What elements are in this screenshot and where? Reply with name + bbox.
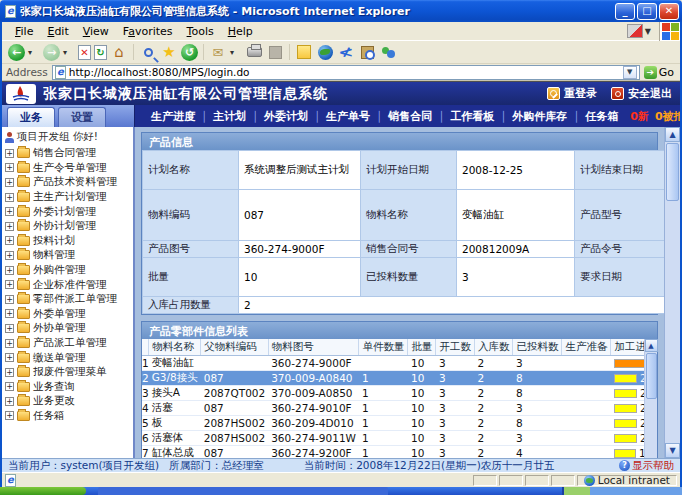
discuss-button[interactable] <box>295 43 313 61</box>
tree-expand-icon[interactable]: + <box>5 149 14 158</box>
msn-explorer-button[interactable] <box>316 43 334 61</box>
tree-expand-icon[interactable]: + <box>5 339 14 348</box>
column-header-4[interactable]: 批量 <box>408 339 436 356</box>
sidebar-item-17[interactable]: +业务更改 <box>4 394 133 409</box>
nav-item-7[interactable]: 任务箱 <box>579 109 624 124</box>
table-row-5[interactable]: 6活塞体2087HS002360-274-9011W11032320 % <box>142 431 644 446</box>
address-dropdown-icon[interactable]: ▼ <box>623 66 637 79</box>
sidebar-item-2[interactable]: +产品技术资料管理 <box>4 175 133 190</box>
refresh-button[interactable]: ↻ <box>94 45 107 60</box>
menu-item-help[interactable]: Help <box>221 23 260 40</box>
menu-item-file[interactable]: File <box>8 23 40 40</box>
menu-item-favorites[interactable]: Favorites <box>116 23 180 40</box>
nav-item-6[interactable]: 外购件库存 <box>506 109 573 124</box>
tree-expand-icon[interactable]: + <box>5 236 14 245</box>
table-row-3[interactable]: 4活塞087360-274-9010F11032320 % <box>142 401 644 416</box>
tree-expand-icon[interactable]: + <box>5 368 14 377</box>
tree-expand-icon[interactable]: + <box>5 353 14 362</box>
stop-button[interactable]: ✕ <box>78 45 91 60</box>
messenger-swoosh-button[interactable]: ≮ <box>334 43 357 61</box>
mail-button[interactable]: ✉ <box>209 43 227 61</box>
tree-expand-icon[interactable]: + <box>5 295 14 304</box>
sidebar-item-5[interactable]: +外协计划管理 <box>4 219 133 234</box>
column-header-5[interactable]: 开工数 <box>436 339 475 356</box>
table-row-6[interactable]: 7缸体总成087360-274-9200F11032419 % <box>142 446 644 459</box>
close-button[interactable]: ✕ <box>659 3 679 20</box>
minimize-button[interactable]: _ <box>615 3 635 20</box>
table-row-1[interactable]: 2G3/8接头087370-009-A084011032820 % <box>142 371 644 386</box>
tree-expand-icon[interactable]: + <box>5 397 14 406</box>
nav-item-2[interactable]: 外委计划 <box>258 109 314 124</box>
parts-vertical-scrollbar[interactable]: ▲ <box>644 339 657 458</box>
nav-item-1[interactable]: 主计划 <box>207 109 252 124</box>
column-header-3[interactable]: 单件数量 <box>359 339 408 356</box>
content-frame-scrollbar[interactable]: ▲ ▼ <box>664 127 680 458</box>
column-header-0[interactable]: 物料名称 <box>149 339 201 356</box>
sidebar-item-15[interactable]: +报废件管理菜单 <box>4 365 133 380</box>
windows-taskbar[interactable] <box>0 487 682 495</box>
table-row-2[interactable]: 3接头A2087QT002370-009-A085011032820 % <box>142 386 644 401</box>
sidebar-item-8[interactable]: +外购件管理 <box>4 263 133 278</box>
column-header-9[interactable]: 加工进度 <box>611 339 644 356</box>
tree-expand-icon[interactable]: + <box>5 222 14 231</box>
sidebar-item-10[interactable]: +零部件派工单管理 <box>4 292 133 307</box>
sidebar-item-13[interactable]: +产品派工单管理 <box>4 336 133 351</box>
pdf-convert-icon[interactable] <box>627 24 643 38</box>
scroll-thumb[interactable] <box>646 353 657 399</box>
sidebar-item-0[interactable]: +销售合同管理 <box>4 146 133 161</box>
tree-expand-icon[interactable]: + <box>5 251 14 260</box>
sidebar-item-14[interactable]: +缴送单管理 <box>4 350 133 365</box>
sidebar-item-11[interactable]: +外委单管理 <box>4 307 133 322</box>
tree-expand-icon[interactable]: + <box>5 178 14 187</box>
relogin-button[interactable]: 重登录 <box>547 86 597 101</box>
sidebar-item-1[interactable]: +生产令号单管理 <box>4 161 133 176</box>
forward-button[interactable]: → <box>43 44 60 61</box>
home-button[interactable]: ⌂ <box>110 43 128 61</box>
safe-exit-button[interactable]: 安全退出 <box>611 86 672 101</box>
maximize-button[interactable]: □ <box>637 3 657 20</box>
column-header-6[interactable]: 入库数 <box>474 339 513 356</box>
tree-expand-icon[interactable]: + <box>5 163 14 172</box>
mail-dropdown-icon[interactable]: ▾ <box>230 48 234 57</box>
search-button[interactable] <box>139 43 157 61</box>
edit-button[interactable] <box>266 43 284 61</box>
menu-item-view[interactable]: View <box>76 23 116 40</box>
go-button[interactable]: ➔ Go <box>640 66 678 79</box>
forward-dropdown-icon[interactable]: ▾ <box>63 48 67 57</box>
sidebar-item-4[interactable]: +外委计划管理 <box>4 204 133 219</box>
favorites-button[interactable]: ★ <box>160 43 178 61</box>
tree-expand-icon[interactable]: + <box>5 280 14 289</box>
tree-expand-icon[interactable]: + <box>5 382 14 391</box>
table-row-0[interactable]: 1变幅油缸360-274-9000F1032329 % <box>142 356 644 371</box>
show-help-button[interactable]: ? 显示帮助 <box>619 459 674 473</box>
nav-item-5[interactable]: 工作看板 <box>444 109 500 124</box>
column-header-1[interactable]: 父物料编码 <box>201 339 268 356</box>
sidebar-item-6[interactable]: +投料计划 <box>4 234 133 249</box>
column-header-2[interactable]: 物料图号 <box>268 339 359 356</box>
history-button[interactable]: ↺ <box>181 44 198 61</box>
nav-item-3[interactable]: 生产单号 <box>320 109 376 124</box>
scroll-up-button[interactable]: ▲ <box>645 339 658 352</box>
research-button[interactable] <box>358 43 376 61</box>
tab-business[interactable]: 业务 <box>7 107 55 127</box>
scroll-up-button[interactable]: ▲ <box>665 127 680 142</box>
address-input[interactable]: e http://localhost:8080/MPS/login.do ▼ <box>52 65 640 80</box>
menu-item-tools[interactable]: Tools <box>180 23 221 40</box>
tree-expand-icon[interactable]: + <box>5 411 14 420</box>
tree-expand-icon[interactable]: + <box>5 324 14 333</box>
taskbar-task-button[interactable] <box>98 487 388 495</box>
column-header-8[interactable]: 生产准备 <box>562 339 611 356</box>
tree-expand-icon[interactable]: + <box>5 193 14 202</box>
sidebar-item-12[interactable]: +外协单管理 <box>4 321 133 336</box>
sidebar-item-7[interactable]: +物料管理 <box>4 248 133 263</box>
sidebar-item-16[interactable]: +业务查询 <box>4 380 133 395</box>
table-row-4[interactable]: 5板2087HS002360-209-4D01011032820 % <box>142 416 644 431</box>
menu-item-edit[interactable]: Edit <box>40 23 75 40</box>
nav-item-4[interactable]: 销售合同 <box>382 109 438 124</box>
sidebar-item-3[interactable]: +主生产计划管理 <box>4 190 133 205</box>
back-dropdown-icon[interactable]: ▾ <box>28 48 32 57</box>
sidebar-item-9[interactable]: +企业标准件管理 <box>4 277 133 292</box>
back-button[interactable]: ← <box>8 44 25 61</box>
tree-expand-icon[interactable]: + <box>5 309 14 318</box>
window-titlebar[interactable]: e 张家口长城液压油缸有限公司管理信息系统 - Microsoft Intern… <box>0 0 682 22</box>
